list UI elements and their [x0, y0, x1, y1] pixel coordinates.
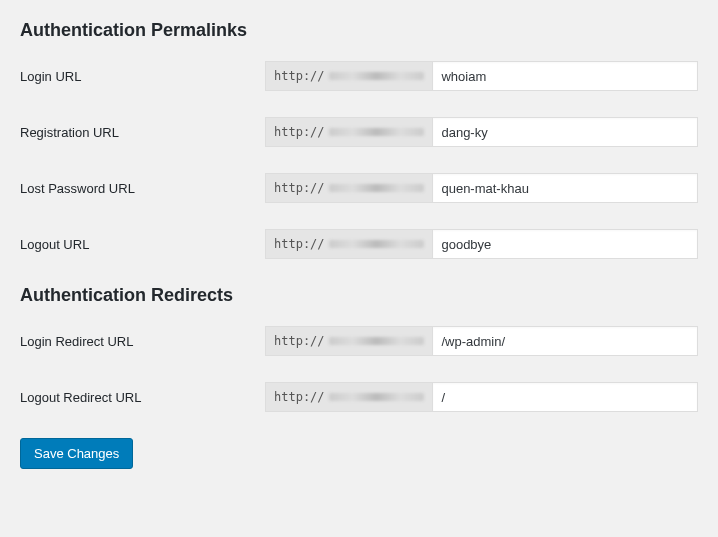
row-logout-redirect-url: Logout Redirect URL http:// — [20, 382, 698, 412]
prefix-scheme: http:// — [274, 237, 325, 251]
input-logout-redirect-url[interactable] — [432, 382, 698, 412]
prefix-scheme: http:// — [274, 334, 325, 348]
label-lost-password-url: Lost Password URL — [20, 181, 265, 196]
prefix-domain-blur — [329, 393, 425, 401]
input-lost-password-url[interactable] — [432, 173, 698, 203]
label-login-url: Login URL — [20, 69, 265, 84]
label-logout-redirect-url: Logout Redirect URL — [20, 390, 265, 405]
prefix-domain-blur — [329, 337, 425, 345]
prefix-logout-url: http:// — [265, 229, 432, 259]
label-login-redirect-url: Login Redirect URL — [20, 334, 265, 349]
save-changes-button[interactable]: Save Changes — [20, 438, 133, 469]
prefix-domain-blur — [329, 240, 425, 248]
prefix-login-redirect-url: http:// — [265, 326, 432, 356]
row-lost-password-url: Lost Password URL http:// — [20, 173, 698, 203]
input-login-url[interactable] — [432, 61, 698, 91]
row-login-redirect-url: Login Redirect URL http:// — [20, 326, 698, 356]
prefix-domain-blur — [329, 128, 425, 136]
prefix-scheme: http:// — [274, 181, 325, 195]
prefix-scheme: http:// — [274, 69, 325, 83]
prefix-scheme: http:// — [274, 125, 325, 139]
submit-row: Save Changes — [20, 438, 698, 469]
row-logout-url: Logout URL http:// — [20, 229, 698, 259]
label-logout-url: Logout URL — [20, 237, 265, 252]
prefix-registration-url: http:// — [265, 117, 432, 147]
label-registration-url: Registration URL — [20, 125, 265, 140]
input-registration-url[interactable] — [432, 117, 698, 147]
row-login-url: Login URL http:// — [20, 61, 698, 91]
row-registration-url: Registration URL http:// — [20, 117, 698, 147]
section-title-redirects: Authentication Redirects — [20, 285, 698, 306]
section-title-permalinks: Authentication Permalinks — [20, 20, 698, 41]
input-login-redirect-url[interactable] — [432, 326, 698, 356]
prefix-lost-password-url: http:// — [265, 173, 432, 203]
input-logout-url[interactable] — [432, 229, 698, 259]
prefix-domain-blur — [329, 184, 425, 192]
prefix-logout-redirect-url: http:// — [265, 382, 432, 412]
prefix-scheme: http:// — [274, 390, 325, 404]
prefix-domain-blur — [329, 72, 425, 80]
prefix-login-url: http:// — [265, 61, 432, 91]
